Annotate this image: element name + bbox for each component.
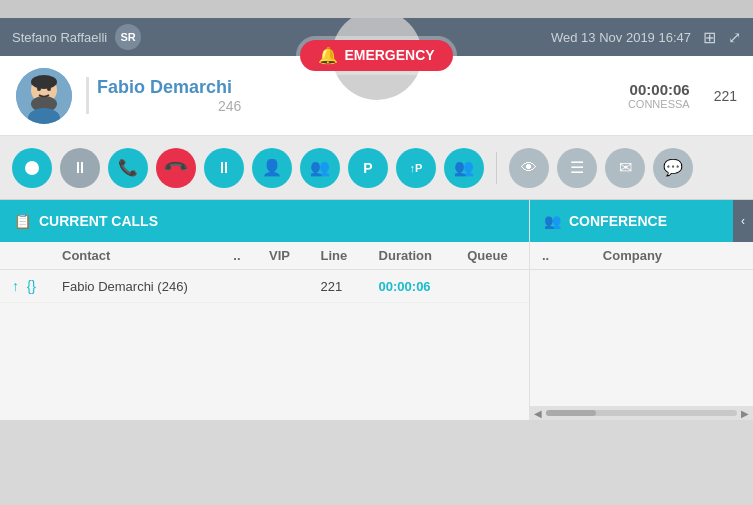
expand-icon[interactable]: ⤢ [728,28,741,47]
conference-title: CONFERENCE [569,213,667,229]
call-status-right: 00:00:06 CONNESSA [628,81,698,110]
current-calls-panel: 📋 CURRENT CALLS Contact .. VIP Line Dura… [0,200,530,420]
hangup-icon: 📞 [162,154,190,182]
row-icons: ↑ {} [0,270,50,303]
conference-table: .. Company [530,242,753,270]
datetime: Wed 13 Nov 2019 16:47 [551,30,691,45]
call-line: 221 [714,88,737,104]
top-bar: Stefano Raffaelli SR 🔔 EMERGENCY Wed 13 … [0,18,753,56]
record-button[interactable] [12,148,52,188]
hangup-button[interactable]: 📞 [156,148,196,188]
blind-transfer-button[interactable]: 👥 [300,148,340,188]
email-button[interactable]: ✉ [605,148,645,188]
chat-icon: 💬 [663,158,683,177]
transfer-button[interactable]: 👤 [252,148,292,188]
user-info: Stefano Raffaelli SR [12,24,141,50]
blind-transfer-icon: 👥 [310,158,330,177]
contact-extension: 246 [97,98,362,114]
col-dots: .. [221,242,257,270]
conf-col-dots: .. [530,242,591,270]
avatar [16,68,72,124]
emergency-circle: 🔔 EMERGENCY [332,10,422,100]
col-duration: Duration [367,242,456,270]
park-button[interactable]: P [348,148,388,188]
call-timer: 00:00:06 [628,81,690,98]
pause-button[interactable]: ⏸ [60,148,100,188]
table-row[interactable]: ↑ {} Fabio Demarchi (246) 221 00:00:06 [0,270,529,303]
conference-header: 👥 CONFERENCE [530,200,733,242]
group-park-button[interactable]: ↑P [396,148,436,188]
group-park-icon: ↑P [410,162,423,174]
emergency-button[interactable]: 🔔 EMERGENCY [300,40,452,71]
notes-button[interactable]: ☰ [557,148,597,188]
col-queue: Queue [455,242,529,270]
upload-icon: ↑ [12,278,19,294]
conference-scrollbar[interactable]: ◀ ▶ [530,406,753,420]
emergency-label: EMERGENCY [344,47,434,63]
collapse-button[interactable]: ‹ [733,200,753,242]
park-icon: P [363,160,372,176]
svg-point-5 [47,87,51,91]
contact-info: Fabio Demarchi 246 [86,77,362,114]
spy-icon: 👁 [521,159,537,177]
col-line: Line [309,242,367,270]
record-icon [25,161,39,175]
contact-name: Fabio Demarchi [97,77,362,98]
spy-button[interactable]: 👁 [509,148,549,188]
row-line: 221 [309,270,367,303]
conference-icon: 👥 [454,158,474,177]
call-status-label: CONNESSA [628,98,690,110]
conference-header-row: 👥 CONFERENCE ‹ [530,200,753,242]
row-queue [455,270,529,303]
bell-icon: 🔔 [318,46,338,65]
transfer-icon: 👤 [262,158,282,177]
hold-icon: ⏸ [216,159,232,177]
hold-button[interactable]: ⏸ [204,148,244,188]
row-vip [257,270,308,303]
scroll-right-icon[interactable]: ▶ [741,408,749,419]
pause-icon: ⏸ [72,159,88,177]
panels-row: 📋 CURRENT CALLS Contact .. VIP Line Dura… [0,200,753,420]
conference-button[interactable]: 👥 [444,148,484,188]
notes-icon: ☰ [570,158,584,177]
row-contact: Fabio Demarchi (246) [50,270,221,303]
scroll-left-icon[interactable]: ◀ [534,408,542,419]
top-bar-right: Wed 13 Nov 2019 16:47 ⊞ ⤢ [551,28,741,47]
svg-point-3 [31,75,57,89]
col-spacer [0,242,50,270]
row-duration: 00:00:06 [367,270,456,303]
current-calls-icon: 📋 [14,213,31,229]
call-button[interactable]: 📞 [108,148,148,188]
col-contact: Contact [50,242,221,270]
scrollbar-thumb [546,410,596,416]
email-icon: ✉ [619,158,632,177]
user-short: SR [115,24,141,50]
separator-1 [496,152,497,184]
bracket-icon: {} [27,278,36,294]
username: Stefano Raffaelli [12,30,107,45]
current-calls-table: Contact .. VIP Line Duration Queue ↑ {} … [0,242,529,303]
col-vip: VIP [257,242,308,270]
row-dots [221,270,257,303]
current-calls-header: 📋 CURRENT CALLS [0,200,529,242]
actions-bar: ⏸ 📞 📞 ⏸ 👤 👥 P ↑P 👥 👁 ☰ ✉ 💬 [0,136,753,200]
conference-icon: 👥 [544,213,561,229]
conference-panel: 👥 CONFERENCE ‹ .. Company ◀ ▶ [530,200,753,420]
svg-point-4 [37,87,41,91]
chat-button[interactable]: 💬 [653,148,693,188]
conf-col-company: Company [591,242,753,270]
grid-icon[interactable]: ⊞ [703,28,716,47]
current-calls-title: CURRENT CALLS [39,213,158,229]
phone-icon: 📞 [118,158,138,177]
